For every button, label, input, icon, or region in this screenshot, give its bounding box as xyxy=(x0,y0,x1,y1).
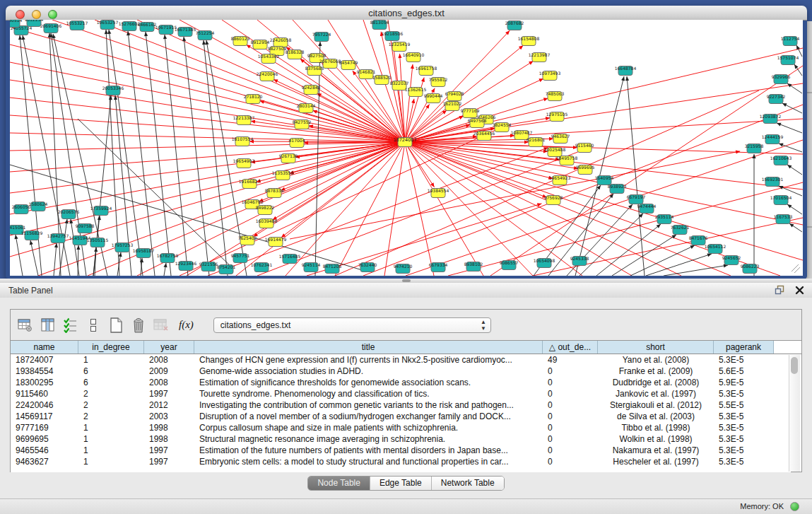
svg-text:20691406: 20691406 xyxy=(40,23,62,28)
column-header-out_de[interactable]: △ out_de... xyxy=(543,341,598,354)
svg-text:20053346: 20053346 xyxy=(102,86,124,90)
table-row[interactable]: 1456911722003Disruption of a novel membe… xyxy=(11,411,791,422)
table-cell-pagerank: 5.3E-5 xyxy=(714,456,774,467)
table-body: 1872400712008Changes of HCN gene express… xyxy=(11,354,791,472)
svg-text:2935114: 2935114 xyxy=(655,214,674,219)
table-cell-year: 2008 xyxy=(144,377,194,388)
svg-text:9086557: 9086557 xyxy=(500,260,519,265)
table-row[interactable]: 1938455462009Genome-wide association stu… xyxy=(11,366,791,377)
svg-text:16671385: 16671385 xyxy=(175,27,196,32)
window-titlebar[interactable]: citations_edges.txt xyxy=(6,6,807,21)
table-cell-in_degree: 1 xyxy=(78,456,144,467)
column-header-title[interactable]: title xyxy=(194,341,543,354)
column-header-short[interactable]: short xyxy=(598,341,714,354)
delete-column-icon[interactable] xyxy=(129,316,148,334)
table-row[interactable]: 2242004622012Investigating the contribut… xyxy=(11,399,791,411)
svg-text:12093872: 12093872 xyxy=(760,114,782,119)
table-cell-name: 9465546 xyxy=(11,445,78,456)
table-row[interactable]: 969969511998Structural magnetic resonanc… xyxy=(11,433,791,445)
svg-text:22426058: 22426058 xyxy=(270,37,292,42)
checklist-icon[interactable] xyxy=(61,316,80,334)
svg-text:9242848: 9242848 xyxy=(302,85,321,90)
table-cell-short: Jankovic et al. (1997) xyxy=(598,388,714,399)
table-cell-name: 14569117 xyxy=(11,411,78,422)
svg-text:8186328: 8186328 xyxy=(286,49,305,54)
table-selector-dropdown[interactable]: citations_edges.txt ▲▼ xyxy=(213,317,491,333)
svg-text:6216801: 6216801 xyxy=(526,137,546,142)
svg-text:12444159: 12444159 xyxy=(762,134,784,139)
table-cell-pagerank: 5.5E-5 xyxy=(714,399,774,411)
table-vertical-scrollbar[interactable] xyxy=(789,355,800,472)
svg-text:8860123: 8860123 xyxy=(231,36,250,41)
table-row[interactable]: 946362711997Embryonic stem cells: a mode… xyxy=(11,456,791,467)
table-settings-icon[interactable] xyxy=(16,316,35,334)
memory-status-label: Memory: OK xyxy=(740,502,784,510)
svg-text:9474210: 9474210 xyxy=(394,264,413,269)
table-cell-name: 9115460 xyxy=(11,388,78,399)
svg-text:7485063: 7485063 xyxy=(546,91,565,96)
table-cell-pagerank: 5.6E-5 xyxy=(714,366,774,377)
svg-text:8322037: 8322037 xyxy=(390,81,409,86)
table-cell-title: Estimation of the future numbers of pati… xyxy=(194,445,543,456)
table-row[interactable]: 946554611997Estimation of the future num… xyxy=(11,445,791,456)
svg-text:9097588: 9097588 xyxy=(76,223,95,228)
network-canvas[interactable]: 2405572420691406105532171065325715276602… xyxy=(10,20,803,276)
table-cell-short: Nakamura et al. (1997) xyxy=(598,445,714,456)
table-row[interactable]: 911546021997Tourette syndrome. Phenomeno… xyxy=(11,388,791,399)
svg-text:1580624: 1580624 xyxy=(29,201,48,206)
table-row[interactable]: 977716911998Corpus callosum shape and si… xyxy=(11,422,791,433)
table-cell-in_degree: 1 xyxy=(78,354,144,366)
svg-text:9457751: 9457751 xyxy=(231,253,250,258)
table-cell-out_de: 0 xyxy=(543,445,598,456)
svg-text:1588520: 1588520 xyxy=(372,75,392,80)
splitter-handle[interactable] xyxy=(402,279,411,282)
row-height-icon[interactable] xyxy=(84,316,102,334)
svg-text:9245652: 9245652 xyxy=(722,255,741,260)
svg-text:8375685: 8375685 xyxy=(305,66,324,71)
table-cell-name: 22420046 xyxy=(11,399,78,411)
tab-network-table[interactable]: Network Table xyxy=(432,477,504,490)
table-cell-pagerank: 5.3E-5 xyxy=(714,388,774,399)
svg-text:1415061: 1415061 xyxy=(10,225,26,230)
table-cell-year: 2012 xyxy=(144,399,194,411)
svg-text:18107554: 18107554 xyxy=(232,136,254,141)
svg-text:10553217: 10553217 xyxy=(66,21,88,25)
tab-edge-table[interactable]: Edge Table xyxy=(370,477,432,490)
delete-table-icon[interactable] xyxy=(152,316,170,334)
svg-text:8938923: 8938923 xyxy=(608,184,627,189)
table-cell-in_degree: 6 xyxy=(78,366,144,377)
table-cell-in_degree: 1 xyxy=(78,433,144,445)
close-panel-icon[interactable] xyxy=(794,284,805,296)
table-cell-title: Corpus callosum shape and size in male p… xyxy=(194,422,543,433)
table-row[interactable]: 1830029562008Estimation of significance … xyxy=(11,377,791,388)
table-cell-short: de Silva et al. (2003) xyxy=(598,411,714,422)
table-toolbar: f(x) citations_edges.txt ▲▼ xyxy=(11,310,801,340)
column-header-name[interactable]: name xyxy=(11,341,78,354)
svg-text:15692301: 15692301 xyxy=(762,177,784,182)
table-row[interactable]: 1872400712008Changes of HCN gene express… xyxy=(11,354,791,366)
svg-text:10973493: 10973493 xyxy=(539,71,561,76)
column-header-year[interactable]: year xyxy=(144,341,194,354)
table-cell-title: Tourette syndrome. Phenomenology and cla… xyxy=(194,388,543,399)
table-cell-year: 1998 xyxy=(144,422,194,433)
column-select-icon[interactable] xyxy=(39,316,57,334)
tab-node-table[interactable]: Node Table xyxy=(308,477,370,490)
scrollbar-thumb[interactable] xyxy=(791,357,798,374)
table-cell-short: Wolkin et al. (1998) xyxy=(598,433,714,445)
table-cell-pagerank: 5.3E-5 xyxy=(714,354,774,366)
svg-text:16958187: 16958187 xyxy=(133,248,155,253)
new-table-icon[interactable] xyxy=(107,316,125,334)
svg-text:2803144: 2803144 xyxy=(297,103,316,108)
svg-text:9227342: 9227342 xyxy=(767,94,786,99)
svg-text:16648784: 16648784 xyxy=(615,66,637,71)
column-header-pagerank[interactable]: pagerank xyxy=(714,341,774,354)
attribute-table-container: f(x) citations_edges.txt ▲▼ namein_degre… xyxy=(10,309,802,472)
svg-text:16914479: 16914479 xyxy=(265,237,287,242)
float-panel-icon[interactable] xyxy=(774,284,785,296)
function-builder-icon[interactable]: f(x) xyxy=(179,319,194,331)
svg-text:12213387: 12213387 xyxy=(233,115,255,120)
svg-text:10654112: 10654112 xyxy=(705,244,726,249)
svg-text:15716485: 15716485 xyxy=(279,254,301,259)
svg-text:18724007: 18724007 xyxy=(393,137,416,143)
column-header-in_degree[interactable]: in_degree xyxy=(78,341,144,354)
